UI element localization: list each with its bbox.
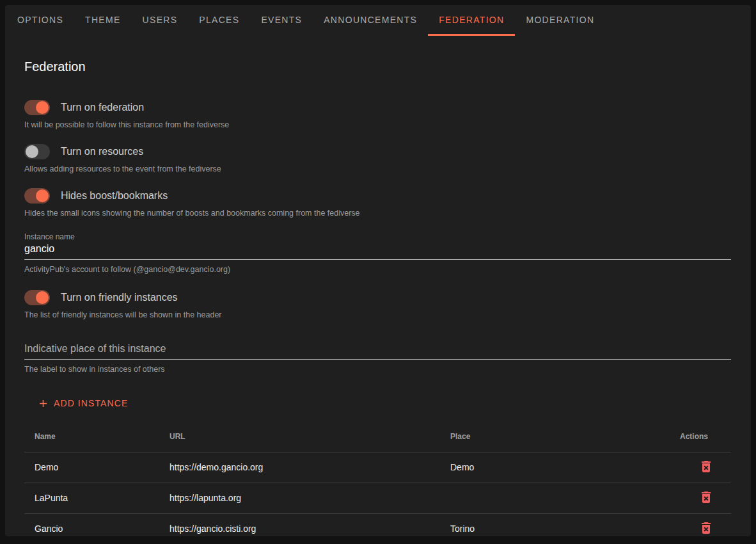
instance-place-cell: Demo <box>440 452 670 483</box>
setting-hides-boost-bookmarks: Hides boost/bookmarks Hides the small ic… <box>24 188 731 218</box>
column-header-actions: Actions <box>670 421 731 452</box>
delete-instance-button[interactable] <box>698 490 714 505</box>
plus-icon <box>37 397 49 410</box>
instance-name-cell: Gancio <box>24 513 159 544</box>
table-row: Gancio https://gancio.cisti.org Torino <box>24 513 731 544</box>
tab-federation[interactable]: Federation <box>428 5 515 36</box>
instance-name-input[interactable] <box>24 241 731 260</box>
instance-place-cell <box>440 483 670 513</box>
tab-users[interactable]: Users <box>132 5 189 36</box>
toggle-thumb <box>26 145 38 158</box>
add-instance-button-label: Add Instance <box>54 398 128 408</box>
instance-name-cell: Demo <box>24 452 159 483</box>
admin-panel-card: Options Theme Users Places Events Announ… <box>5 5 751 536</box>
column-header-url: URL <box>159 421 440 452</box>
tab-options[interactable]: Options <box>6 5 74 36</box>
instance-name-field: Instance name ActivityPub's account to f… <box>24 232 731 275</box>
table-row: Demo https://demo.gancio.org Demo <box>24 452 731 483</box>
resources-toggle-hint: Allows adding resources to the event fro… <box>24 164 731 174</box>
federation-toggle[interactable] <box>24 100 50 115</box>
instance-url-cell: https://gancio.cisti.org <box>159 513 440 544</box>
page-title: Federation <box>24 58 731 76</box>
instance-place-field: The label to show in instances of others <box>24 343 731 374</box>
tab-events[interactable]: Events <box>250 5 313 36</box>
instance-url-cell: https://demo.gancio.org <box>159 452 440 483</box>
setting-turn-on-federation: Turn on federation It will be possible t… <box>24 100 731 130</box>
instance-name-hint: ActivityPub's account to follow (@gancio… <box>24 265 731 275</box>
hide-boost-toggle-label[interactable]: Hides boost/bookmarks <box>61 190 168 202</box>
delete-instance-button[interactable] <box>698 459 714 474</box>
tab-theme[interactable]: Theme <box>74 5 132 36</box>
instance-name-cell: LaPunta <box>24 483 159 513</box>
toggle-thumb <box>36 189 49 202</box>
admin-tabbar: Options Theme Users Places Events Announ… <box>5 5 751 36</box>
add-instance-button[interactable]: Add Instance <box>32 392 133 415</box>
tab-announcements[interactable]: Announcements <box>313 5 428 36</box>
instance-place-input[interactable] <box>24 343 731 360</box>
hide-boost-toggle-hint: Hides the small icons showing the number… <box>24 209 731 218</box>
table-header-row: Name URL Place Actions <box>24 421 731 452</box>
friendly-instances-toggle[interactable] <box>24 290 50 305</box>
toggle-thumb <box>36 291 49 304</box>
trash-delete-forever-icon <box>698 497 714 507</box>
column-header-name: Name <box>24 421 159 452</box>
resources-toggle[interactable] <box>24 144 50 159</box>
trash-delete-forever-icon <box>698 528 714 538</box>
tab-moderation[interactable]: Moderation <box>515 5 605 36</box>
setting-friendly-instances: Turn on friendly instances The list of f… <box>24 290 731 320</box>
instance-name-label: Instance name <box>24 232 731 241</box>
trash-delete-forever-icon <box>698 467 714 476</box>
tab-places[interactable]: Places <box>188 5 250 36</box>
hide-boost-toggle[interactable] <box>24 188 50 204</box>
instance-place-cell: Torino <box>440 513 670 544</box>
federation-toggle-hint: It will be possible to follow this insta… <box>24 120 731 130</box>
delete-instance-button[interactable] <box>698 520 714 536</box>
toggle-thumb <box>36 101 49 114</box>
friendly-instances-toggle-label[interactable]: Turn on friendly instances <box>61 292 178 303</box>
table-row: LaPunta https://lapunta.org <box>24 483 731 513</box>
instance-place-hint: The label to show in instances of others <box>24 365 731 374</box>
federation-settings-panel: Federation Turn on federation It will be… <box>5 58 751 544</box>
setting-turn-on-resources: Turn on resources Allows adding resource… <box>24 144 731 174</box>
instance-url-cell: https://lapunta.org <box>159 483 440 513</box>
federation-toggle-label[interactable]: Turn on federation <box>61 102 144 113</box>
friendly-instances-hint: The list of friendly instances will be s… <box>24 310 731 320</box>
column-header-place: Place <box>440 421 670 452</box>
trusted-instances-table: Name URL Place Actions Demo https://demo… <box>24 421 731 544</box>
resources-toggle-label[interactable]: Turn on resources <box>61 146 143 157</box>
